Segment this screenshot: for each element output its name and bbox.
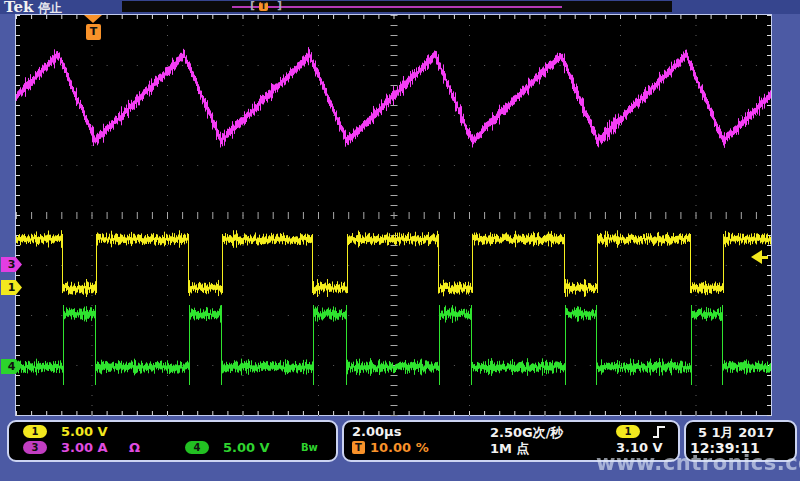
ch4-badge: 4 bbox=[185, 441, 209, 454]
trigger-level-arrow-stem bbox=[762, 256, 768, 259]
trigger-position-flag-icon bbox=[84, 15, 102, 23]
waveform-canvas bbox=[0, 0, 800, 481]
ch1-scale: 5.00 V bbox=[61, 424, 108, 439]
trigger-source-badge: 1 bbox=[616, 425, 640, 438]
ch3-scale: 3.00 A bbox=[61, 440, 108, 455]
ch1-badge: 1 bbox=[23, 425, 47, 438]
record-length: 1M 点 bbox=[490, 440, 530, 458]
trigger-position-percent: 10.00 % bbox=[370, 440, 429, 455]
trigger-level-arrow-head bbox=[751, 250, 762, 264]
site-watermark: www.cntronics.com bbox=[596, 451, 800, 475]
trigger-position-icon: T bbox=[352, 441, 365, 454]
trigger-position-badge: T bbox=[86, 24, 101, 40]
oscilloscope-screen: Tek 停止 [ T ] T 3 1 4 1 5.00 V 3 3.00 A Ω… bbox=[0, 0, 800, 481]
ch3-badge: 3 bbox=[23, 441, 47, 454]
ch3-coupling: Ω bbox=[129, 440, 140, 455]
ch4-scale: 5.00 V bbox=[223, 440, 270, 455]
channel-readout-panel: 1 5.00 V 3 3.00 A Ω 4 5.00 V Bw bbox=[7, 420, 338, 462]
ch4-bandwidth-icon: Bw bbox=[301, 442, 318, 453]
timebase-scale: 2.00µs bbox=[352, 424, 401, 439]
trigger-level-arrow-icon bbox=[751, 250, 768, 264]
trigger-slope-icon bbox=[652, 425, 666, 439]
